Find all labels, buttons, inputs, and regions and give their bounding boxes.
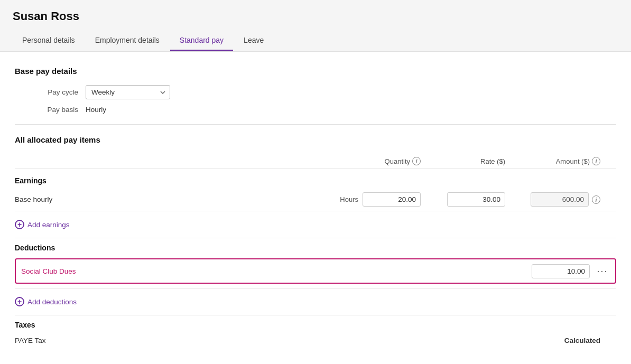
table-header: Quantity i Rate ($) Amount ($) i: [15, 154, 616, 169]
deduction-item-name: Social Club Dues: [21, 267, 525, 275]
col-rate-header: Rate ($): [421, 157, 505, 165]
taxes-section: Taxes PAYE Tax Calculated: [15, 315, 616, 349]
earnings-amount-input: [531, 192, 589, 207]
base-pay-section: Base pay details Pay cycle Weekly Fortni…: [15, 67, 616, 114]
earnings-rate-col: [421, 192, 505, 207]
pay-cycle-select[interactable]: Weekly Fortnightly Monthly: [86, 85, 170, 99]
col-amount-header: Amount ($) i: [505, 157, 600, 165]
divider-1: [15, 124, 616, 125]
add-earnings-icon: +: [15, 220, 24, 229]
deduction-more-button[interactable]: ···: [595, 264, 610, 278]
taxes-title: Taxes: [15, 315, 616, 332]
earnings-amount-col: i: [505, 192, 600, 207]
taxes-item-name: PAYE Tax: [15, 337, 564, 344]
pay-basis-row: Pay basis Hourly: [15, 106, 616, 114]
pay-basis-value: Hourly: [86, 106, 106, 114]
add-deductions-row: + Add deductions: [15, 288, 616, 315]
add-deductions-label: Add deductions: [27, 298, 77, 306]
deductions-section: Deductions Social Club Dues ··· + Add: [15, 238, 616, 315]
earnings-row-info-icon: i: [592, 195, 600, 204]
table-row: Base hourly Hours i: [15, 188, 616, 211]
add-earnings-label: Add earnings: [27, 221, 70, 229]
amount-info-icon: i: [592, 157, 600, 165]
tab-navigation: Personal details Employment details Stan…: [13, 31, 618, 51]
pay-items-section: All allocated pay items Quantity i Rate …: [15, 135, 616, 349]
col-quantity-header: Quantity i: [326, 157, 421, 165]
add-deductions-icon: +: [15, 297, 24, 306]
table-row: PAYE Tax Calculated: [15, 332, 616, 349]
add-deductions-link[interactable]: + Add deductions: [15, 293, 77, 311]
taxes-item-value: Calculated: [564, 337, 600, 344]
earnings-qty-col: Hours: [326, 192, 421, 207]
earnings-unit: Hours: [340, 195, 358, 203]
deductions-title: Deductions: [15, 238, 616, 255]
tab-leave[interactable]: Leave: [234, 31, 273, 51]
earnings-quantity-input[interactable]: [363, 192, 421, 207]
tab-employment[interactable]: Employment details: [86, 31, 169, 51]
pay-cycle-row: Pay cycle Weekly Fortnightly Monthly: [15, 85, 616, 99]
quantity-info-icon: i: [412, 157, 421, 165]
table-row: Social Club Dues ···: [15, 258, 616, 284]
pay-basis-label: Pay basis: [15, 106, 78, 114]
base-pay-title: Base pay details: [15, 67, 616, 76]
earnings-item-name: Base hourly: [15, 195, 326, 203]
earnings-rate-input[interactable]: [447, 192, 505, 207]
tab-standard-pay[interactable]: Standard pay: [170, 31, 233, 51]
deduction-amount-input[interactable]: [532, 264, 590, 278]
earnings-title: Earnings: [15, 171, 616, 188]
earnings-section: Earnings Base hourly Hours i: [15, 171, 616, 238]
tab-personal[interactable]: Personal details: [13, 31, 85, 51]
page-title: Susan Ross: [13, 10, 618, 23]
add-earnings-row: + Add earnings: [15, 211, 616, 238]
add-earnings-link[interactable]: + Add earnings: [15, 216, 70, 234]
pay-cycle-label: Pay cycle: [15, 88, 78, 96]
pay-items-title: All allocated pay items: [15, 135, 616, 144]
deduction-amount-col: ···: [525, 264, 610, 278]
